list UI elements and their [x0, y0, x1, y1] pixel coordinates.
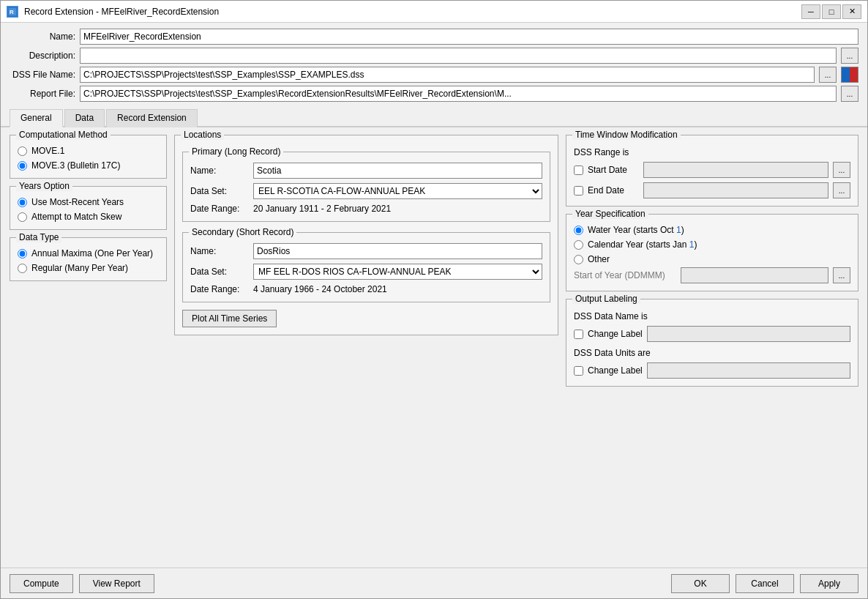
other-year-option: Other	[574, 254, 850, 264]
report-file-input[interactable]	[80, 86, 837, 102]
apply-button[interactable]: Apply	[800, 574, 858, 593]
tab-record-extension[interactable]: Record Extension	[106, 109, 198, 127]
end-date-browse-button[interactable]: ...	[833, 182, 850, 198]
change-label-name-checkbox[interactable]	[574, 330, 583, 339]
regular-option: Regular (Many Per Year)	[18, 263, 159, 273]
change-label-name-input[interactable]	[647, 326, 850, 342]
description-input[interactable]	[80, 48, 837, 64]
svg-text:R: R	[10, 9, 14, 15]
secondary-dataset-row: Data Set: MF EEL R-DOS RIOS CA-FLOW-ANNU…	[190, 264, 542, 280]
start-date-input[interactable]	[643, 162, 828, 178]
water-year-radio[interactable]	[574, 226, 583, 235]
name-label: Name:	[10, 31, 75, 42]
description-browse-button[interactable]: ...	[841, 48, 858, 64]
regular-label: Regular (Many Per Year)	[31, 263, 128, 273]
primary-date-range-value: 20 January 1911 - 2 February 2021	[253, 204, 391, 214]
cancel-button[interactable]: Cancel	[736, 574, 794, 593]
secondary-dataset-label: Data Set:	[190, 267, 249, 277]
dss-chart-icon[interactable]	[841, 67, 858, 83]
move3-label: MOVE.3 (Bulletin 17C)	[31, 160, 120, 171]
plot-all-time-series-button[interactable]: Plot All Time Series	[182, 310, 277, 327]
end-date-checkbox[interactable]	[574, 186, 583, 196]
secondary-date-range-value: 4 January 1966 - 24 October 2021	[253, 284, 387, 294]
regular-radio[interactable]	[18, 264, 27, 273]
primary-name-label: Name:	[190, 165, 249, 176]
report-file-row: Report File: ...	[10, 86, 858, 102]
ok-button[interactable]: OK	[671, 574, 730, 593]
time-window-title: Time Window Modification	[572, 130, 681, 140]
compute-button[interactable]: Compute	[10, 574, 73, 593]
dss-file-label: DSS File Name:	[10, 70, 75, 80]
panel-left: Computational Method MOVE.1 MOVE.3 (Bull…	[10, 135, 167, 560]
water-year-label: Water Year (starts Oct 1)	[588, 225, 684, 235]
start-of-year-label: Start of Year (DDMMM)	[574, 270, 676, 280]
app-icon: R	[7, 6, 18, 18]
start-date-checkbox-row: Start Date	[574, 165, 639, 175]
move1-radio[interactable]	[18, 146, 27, 156]
secondary-name-label: Name:	[190, 246, 249, 256]
primary-group: Primary (Long Record) Name: Data Set: EE…	[182, 152, 550, 222]
form-area: Name: Description: ... DSS File Name: ..…	[1, 23, 867, 108]
other-year-radio[interactable]	[574, 255, 583, 264]
main-content: Computational Method MOVE.1 MOVE.3 (Bull…	[1, 127, 867, 568]
start-date-label: Start Date	[588, 165, 639, 175]
name-input[interactable]	[80, 29, 858, 45]
change-label-units-input[interactable]	[647, 362, 850, 379]
window-controls: ─ □ ✕	[801, 4, 861, 19]
tab-data[interactable]: Data	[64, 109, 105, 127]
primary-dataset-label: Data Set:	[190, 186, 249, 196]
end-date-label: End Date	[588, 185, 639, 196]
dss-data-units-label: DSS Data Units are	[574, 348, 850, 358]
other-year-label: Other	[588, 254, 610, 264]
secondary-dataset-select[interactable]: MF EEL R-DOS RIOS CA-FLOW-ANNUAL PEAK	[253, 264, 542, 280]
dss-file-browse-button[interactable]: ...	[819, 67, 837, 83]
dss-data-name-label: DSS Data Name is	[574, 311, 850, 321]
close-button[interactable]: ✕	[842, 4, 861, 19]
start-of-year-browse-button[interactable]: ...	[833, 267, 850, 283]
secondary-name-row: Name:	[190, 243, 542, 259]
title-bar: R Record Extension - MFEelRiver_RecordEx…	[1, 1, 867, 23]
report-file-label: Report File:	[10, 89, 75, 99]
description-row: Description: ...	[10, 48, 858, 64]
start-date-browse-button[interactable]: ...	[833, 162, 850, 178]
computational-method-group: Computational Method MOVE.1 MOVE.3 (Bull…	[10, 135, 167, 179]
start-of-year-row: Start of Year (DDMMM) ...	[574, 267, 850, 283]
calendar-year-radio[interactable]	[574, 240, 583, 250]
tab-general[interactable]: General	[10, 109, 63, 127]
bottom-right-buttons: OK Cancel Apply	[671, 574, 858, 593]
view-report-button[interactable]: View Report	[79, 574, 154, 593]
secondary-name-input[interactable]	[253, 243, 542, 259]
maximize-button[interactable]: □	[822, 4, 841, 19]
data-type-group: Data Type Annual Maxima (One Per Year) R…	[10, 237, 167, 281]
primary-name-input[interactable]	[253, 163, 542, 179]
bottom-left-buttons: Compute View Report	[10, 574, 665, 593]
primary-title: Primary (Long Record)	[189, 146, 283, 157]
use-most-recent-radio[interactable]	[18, 198, 27, 207]
dss-range-text: DSS Range is	[574, 147, 850, 157]
primary-dataset-select[interactable]: EEL R-SCOTIA CA-FLOW-ANNUAL PEAK	[253, 183, 542, 199]
attempt-match-label: Attempt to Match Skew	[31, 212, 121, 222]
primary-name-row: Name:	[190, 163, 542, 179]
change-label-units-checkbox[interactable]	[574, 366, 583, 376]
tabs-bar: General Data Record Extension	[1, 108, 867, 127]
calendar-year-option: Calendar Year (starts Jan 1)	[574, 239, 850, 250]
dss-file-row: DSS File Name: ...	[10, 67, 858, 83]
move3-radio[interactable]	[18, 161, 27, 171]
end-date-input[interactable]	[643, 182, 828, 198]
report-file-browse-button[interactable]: ...	[841, 86, 858, 102]
panel-center: Locations Primary (Long Record) Name: Da…	[174, 135, 558, 560]
window-title: Record Extension - MFEelRiver_RecordExte…	[24, 7, 796, 17]
minimize-button[interactable]: ─	[801, 4, 820, 19]
annual-maxima-radio[interactable]	[18, 249, 27, 258]
start-date-row: Start Date ...	[574, 162, 850, 178]
end-date-row: End Date ...	[574, 182, 850, 198]
attempt-match-radio[interactable]	[18, 212, 27, 222]
main-window: R Record Extension - MFEelRiver_RecordEx…	[0, 0, 868, 599]
start-date-checkbox[interactable]	[574, 165, 583, 175]
name-row: Name:	[10, 29, 858, 45]
description-label: Description:	[10, 51, 75, 61]
start-of-year-input[interactable]	[681, 267, 828, 283]
dss-file-input[interactable]	[80, 67, 815, 83]
change-label-name-label: Change Label	[588, 329, 643, 339]
years-option-group: Years Option Use Most-Recent Years Attem…	[10, 186, 167, 230]
